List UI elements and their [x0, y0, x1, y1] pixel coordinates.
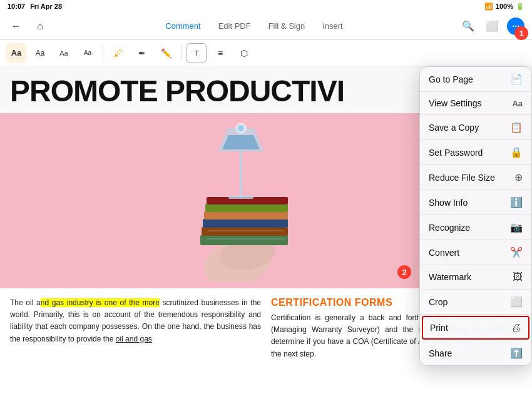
saveacopy-icon: 📋 [510, 121, 523, 133]
toolbar: Aa Aa Aa Aa 🖊 ✒ ✏️ T ≡ ⬡ [0, 40, 532, 66]
svg-rect-6 [204, 211, 288, 220]
font-style-normal[interactable]: Aa [30, 43, 50, 63]
badge-2: 2 [397, 265, 411, 279]
battery-icon: 📶 [484, 3, 493, 11]
time: 10:07 [8, 3, 25, 10]
share-button[interactable]: ⬜ [483, 18, 501, 35]
svg-rect-11 [240, 151, 242, 198]
day: Fri Apr 28 [30, 3, 62, 10]
font-style-small[interactable]: Aa [54, 43, 74, 63]
strikethrough-tool[interactable]: ✒ [132, 43, 152, 63]
textbox-tool[interactable]: T [187, 43, 207, 63]
cocktail-illustration [156, 119, 376, 282]
tab-comment[interactable]: Comment [156, 19, 209, 33]
menu-print[interactable]: Print 🖨 [422, 316, 529, 340]
svg-rect-4 [202, 227, 288, 236]
menu-convert[interactable]: Convert ✂️ [420, 240, 531, 265]
svg-rect-7 [205, 204, 288, 212]
pencil-tool[interactable]: ✏️ [156, 43, 176, 63]
tab-insert[interactable]: Insert [314, 19, 352, 33]
menu-crop[interactable]: Crop ⬜ [420, 290, 531, 315]
font-style-tiny[interactable]: Aa [78, 43, 98, 63]
toolbar-separator-1 [103, 46, 103, 61]
status-right: 📶 100% 🔋 [484, 3, 524, 11]
pdf-body-left: The oil and gas industry is one of the m… [10, 297, 261, 360]
menu-watermark[interactable]: Watermark 🖼 [420, 265, 531, 290]
svg-point-16 [238, 126, 243, 131]
convert-icon: ✂️ [510, 246, 523, 258]
battery-bar: 🔋 [516, 3, 524, 11]
goto-icon: 📄 [510, 73, 523, 85]
share-icon: ⬆️ [510, 347, 523, 359]
reducefilesize-icon: ⊕ [514, 171, 523, 183]
menu-goto[interactable]: Go to Page 📄 [420, 67, 531, 92]
recognize-icon: 📷 [510, 221, 523, 233]
nav-left: ← ⌂ [8, 18, 49, 35]
tab-editpdf[interactable]: Edit PDF [210, 19, 260, 33]
crop-icon: ⬜ [510, 296, 523, 308]
showinfo-icon: ℹ️ [510, 196, 523, 208]
image-tool[interactable]: ⬡ [234, 43, 254, 63]
setpassword-icon: 🔒 [510, 146, 523, 158]
svg-rect-12 [228, 196, 253, 199]
home-button[interactable]: ⌂ [31, 18, 49, 35]
font-style-serif[interactable]: Aa [6, 43, 26, 63]
menu-recognize[interactable]: Recognize 📷 [420, 215, 531, 240]
toolbar-separator-2 [181, 46, 182, 61]
menu-share[interactable]: Share ⬆️ [420, 341, 531, 365]
list-tool[interactable]: ≡ [210, 43, 230, 63]
menu-viewsettings[interactable]: View Settings Aa [420, 92, 531, 115]
top-nav: ← ⌂ Comment Edit PDF Fill & Sign Insert … [0, 13, 532, 40]
main-content: PROMOTE PRODUCTIVI [0, 66, 532, 399]
underlined-text: oil and gas [116, 335, 152, 343]
status-bar: 10:07 Fri Apr 28 📶 100% 🔋 [0, 0, 532, 13]
badge-1: 1 [514, 26, 528, 40]
tab-fillsign[interactable]: Fill & Sign [260, 19, 314, 33]
viewsettings-icon: Aa [512, 99, 523, 108]
status-left: 10:07 Fri Apr 28 [8, 3, 62, 10]
svg-rect-5 [203, 219, 288, 228]
search-button[interactable]: 🔍 [459, 18, 477, 35]
highlight-tool[interactable]: 🖊 [108, 43, 128, 63]
menu-saveacopy[interactable]: Save a Copy 📋 [420, 115, 531, 140]
menu-setpassword[interactable]: Set Password 🔒 [420, 140, 531, 165]
nav-tabs: Comment Edit PDF Fill & Sign Insert [156, 19, 351, 33]
menu-reducefilesize[interactable]: Reduce File Size ⊕ [420, 165, 531, 190]
highlighted-text: nd gas industry is one of the more [41, 298, 160, 307]
battery-percentage: 100% [496, 3, 513, 10]
svg-rect-3 [200, 235, 288, 245]
dropdown-menu: Go to Page 📄 View Settings Aa Save a Cop… [419, 66, 532, 366]
back-button[interactable]: ← [8, 18, 25, 35]
print-icon: 🖨 [511, 322, 521, 333]
watermark-icon: 🖼 [513, 271, 523, 283]
menu-showinfo[interactable]: Show Info ℹ️ [420, 190, 531, 215]
svg-marker-14 [222, 135, 260, 149]
